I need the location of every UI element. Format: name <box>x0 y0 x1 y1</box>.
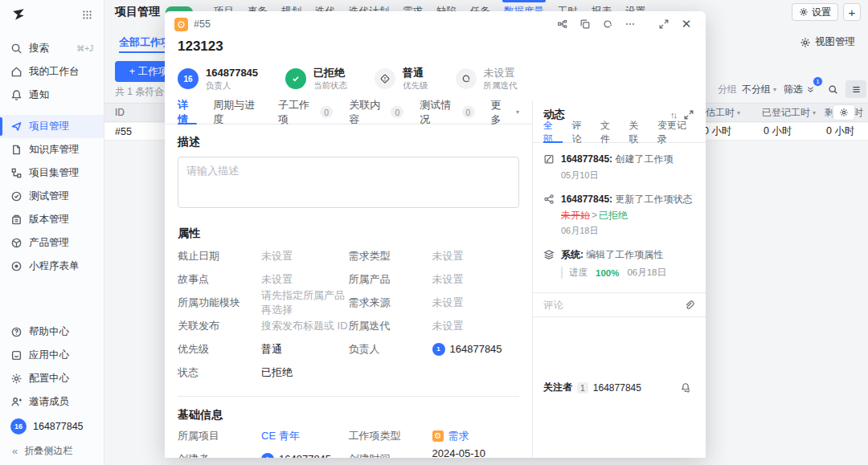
home-icon <box>10 66 23 78</box>
basic-project[interactable]: 所属项目CE 青年 <box>178 424 349 447</box>
filter-button[interactable]: 筛选 <box>784 83 815 96</box>
basic-info-grid: 所属项目CE 青年 工作项类型需求 创建者1164877845 创建时间2024… <box>178 424 519 458</box>
sidebar-item-app-center[interactable]: 应用中心 <box>0 344 104 367</box>
activity-tab-changelog[interactable]: 变更记录 <box>657 122 695 143</box>
view-management-button[interactable]: 视图管理 <box>800 35 855 49</box>
description-input[interactable] <box>178 157 519 208</box>
column-id[interactable]: ID <box>115 104 125 121</box>
sidebar-item-label: 测试管理 <box>29 190 69 203</box>
sidebar-item-test-management[interactable]: 测试管理 <box>0 185 104 208</box>
sidebar-item-invite-members[interactable]: 邀请成员 <box>0 390 104 414</box>
sidebar-item-label: 邀请成员 <box>29 395 69 409</box>
requirement-type-icon <box>174 18 188 31</box>
sidebar-item-config-center[interactable]: 配置中心 <box>0 367 104 390</box>
progress-change-detail: 进度 100% 06月18日 <box>561 267 666 279</box>
follow-bell-icon[interactable] <box>676 379 695 397</box>
sidebar-item-notifications[interactable]: 通知 <box>0 84 104 107</box>
sidebar-user[interactable]: 16 164877845 <box>0 414 104 439</box>
search-list-button[interactable] <box>822 80 843 98</box>
comment-bar <box>533 292 706 316</box>
detail-tabs: 详情 周期与进度 子工作项0 关联内容0 测试情况0 更多▾ <box>165 100 532 124</box>
expand-icon[interactable] <box>654 15 674 33</box>
assignee-value: 164877845 <box>206 67 258 79</box>
tab-linked-content[interactable]: 关联内容0 <box>349 100 403 124</box>
property-linked-release[interactable]: 关联发布搜索发布标题或 ID <box>178 314 349 337</box>
close-icon[interactable]: ✕ <box>677 15 696 33</box>
property-requirement-type[interactable]: 需求类型未设置 <box>349 244 520 267</box>
properties-heading: 属性 <box>178 226 519 241</box>
sidebar-item-version-management[interactable]: 版本管理 <box>0 208 104 231</box>
activity-tab-links[interactable]: 关联 <box>629 122 649 143</box>
property-iteration[interactable]: 所属迭代未设置 <box>349 314 520 337</box>
activity-tabs: 全部 评论 文件 关联 变更记录 <box>533 122 706 143</box>
sidebar-item-project-management[interactable]: 项目管理 <box>0 115 104 138</box>
add-work-item-label: + 工作项 <box>129 65 168 79</box>
assignee-chip[interactable]: 16 164877845负责人 <box>178 67 258 91</box>
copy-icon[interactable] <box>575 15 595 33</box>
count-badge: 0 <box>320 106 333 118</box>
tab-details[interactable]: 详情 <box>178 100 197 124</box>
activity-tab-files[interactable]: 文件 <box>600 122 620 143</box>
iteration-chip[interactable]: 未设置所属迭代 <box>456 67 518 91</box>
activity-feed[interactable]: 164877845: 创建了工作项 05月10日 164877845: 更新了工… <box>533 143 706 292</box>
document-icon <box>10 144 23 156</box>
tab-sub-items[interactable]: 子工作项0 <box>278 100 333 124</box>
iteration-loop-icon <box>456 68 477 89</box>
settings-button[interactable]: 设置 <box>792 3 838 21</box>
status-chip[interactable]: 已拒绝当前状态 <box>285 67 347 91</box>
property-due-date[interactable]: 截止日期未设置 <box>178 244 349 267</box>
double-chevron-down-icon <box>806 85 815 94</box>
comment-input[interactable] <box>543 300 676 311</box>
group-selector[interactable]: 不分组 ▾ <box>742 83 776 96</box>
app-logo-icon[interactable] <box>11 7 26 22</box>
property-assignee[interactable]: 负责人1164877845 <box>349 337 520 361</box>
property-feature-module[interactable]: 所属功能模块请先指定所属产品再选择 <box>178 291 349 314</box>
properties-grid: 截止日期未设置 需求类型未设置 故事点未设置 所属产品未设置 所属功能模块请先指… <box>178 244 519 384</box>
sidebar-item-product-management[interactable]: 产品管理 <box>0 231 104 255</box>
sidebar-item-help-center[interactable]: 帮助中心 <box>0 320 104 344</box>
property-product[interactable]: 所属产品未设置 <box>349 267 520 291</box>
tab-cycle-progress[interactable]: 周期与进度 <box>213 100 262 124</box>
settings-label: 设置 <box>812 6 831 19</box>
sidebar-item-knowledge-base[interactable]: 知识库管理 <box>0 138 104 161</box>
tab-all-work-items[interactable]: 全部工作项 <box>119 35 171 50</box>
gear-icon <box>800 37 811 48</box>
collapse-sidebar-button[interactable]: « 折叠侧边栏 <box>0 439 104 462</box>
app-grid-icon[interactable] <box>82 10 92 20</box>
tab-more[interactable]: 更多▾ <box>491 100 520 124</box>
property-status[interactable]: 状态已拒绝 <box>178 361 349 384</box>
sidebar-item-search[interactable]: 搜索 ⌘+J <box>0 37 104 60</box>
detail-scroll-area[interactable]: 描述 属性 截止日期未设置 需求类型未设置 故事点未设置 所属产品未设置 所属功… <box>165 124 532 458</box>
list-view-icon[interactable] <box>845 80 866 98</box>
target-icon <box>10 260 23 272</box>
tab-test-status[interactable]: 测试情况0 <box>420 100 474 124</box>
sidebar-item-miniprogram-form[interactable]: 小程序表单 <box>0 255 104 278</box>
user-name: 164877845 <box>33 421 84 432</box>
work-item-title[interactable]: 123123 <box>165 37 706 56</box>
activity-tab-comments[interactable]: 评论 <box>572 122 592 143</box>
sidebar-item-label: 项目集管理 <box>29 166 80 180</box>
avatar: 1 <box>261 453 274 459</box>
column-logged-hours[interactable]: 已登记工时▾ <box>762 104 816 121</box>
edit-icon <box>543 153 555 165</box>
sidebar-item-label: 小程序表单 <box>29 259 80 273</box>
property-requirement-source[interactable]: 需求来源未设置 <box>349 291 520 314</box>
hierarchy-icon[interactable] <box>553 15 572 33</box>
add-button[interactable]: + <box>843 3 861 21</box>
sidebar-item-workbench[interactable]: 我的工作台 <box>0 60 104 84</box>
activity-date: 06月18日 <box>561 225 695 237</box>
activity-panel: 动态 ↑↓ 全部 评论 文件 关联 变更记录 164877845: 创建了工作项 <box>532 100 706 458</box>
follower-name[interactable]: 164877845 <box>593 382 641 394</box>
basic-creator[interactable]: 创建者1164877845 <box>178 447 349 458</box>
attachment-icon[interactable] <box>682 296 695 314</box>
column-settings-button[interactable] <box>833 104 855 120</box>
basic-work-item-type[interactable]: 工作项类型需求 <box>349 424 520 447</box>
activity-tab-all[interactable]: 全部 <box>543 122 563 143</box>
more-icon[interactable] <box>620 15 640 33</box>
gear-icon <box>799 7 809 17</box>
assignee-label: 负责人 <box>206 80 231 90</box>
sidebar-item-program-management[interactable]: 项目集管理 <box>0 161 104 185</box>
priority-chip[interactable]: 普通优先级 <box>375 67 428 91</box>
iteration-icon[interactable] <box>598 15 617 33</box>
property-priority[interactable]: 优先级普通 <box>178 337 349 361</box>
